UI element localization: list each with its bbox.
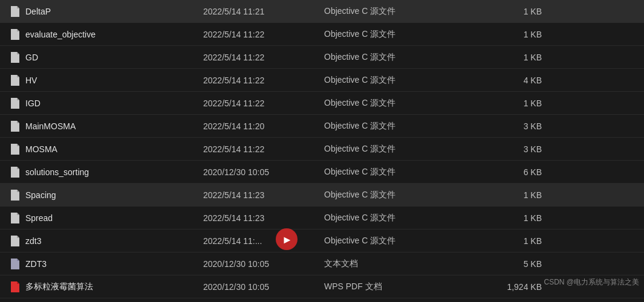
- file-date-cell: 2022/5/14 11:20: [203, 121, 324, 131]
- file-name-label: ZDT3: [25, 259, 47, 269]
- file-type-cell: Objective C 源文件: [324, 29, 481, 40]
- file-size-cell: 1 KB: [481, 98, 542, 108]
- doc-icon: [10, 235, 21, 247]
- file-size-cell: 1 KB: [481, 213, 542, 223]
- file-name-cell: HV: [10, 74, 203, 86]
- pdf-icon: [10, 281, 21, 293]
- file-size-cell: 3 KB: [481, 144, 542, 154]
- file-name-cell: zdt3: [10, 235, 203, 247]
- doc-icon: [10, 74, 21, 86]
- table-row[interactable]: DeltaP 2022/5/14 11:21 Objective C 源文件 1…: [0, 0, 644, 23]
- table-row[interactable]: ZDT3 2020/12/30 10:05 文本文档 5 KB: [0, 252, 644, 275]
- doc-icon: [10, 120, 21, 132]
- svg-marker-15: [17, 167, 19, 169]
- table-row[interactable]: zdt3 2022/5/14 11:... Objective C 源文件 1 …: [0, 230, 644, 252]
- file-type-cell: Objective C 源文件: [324, 167, 481, 178]
- file-date-cell: 2022/5/14 11:22: [203, 53, 324, 62]
- file-name-cell: DeltaP: [10, 5, 203, 18]
- doc-icon: [10, 143, 21, 155]
- file-date-cell: 2022/5/14 11:22: [203, 76, 324, 85]
- file-size-cell: 1 KB: [481, 190, 542, 200]
- file-date-cell: 2022/5/14 11:22: [203, 98, 324, 108]
- file-size-cell: 5 KB: [481, 259, 542, 269]
- file-size-cell: 4 KB: [481, 76, 542, 85]
- file-date-cell: 2022/5/14 11:21: [203, 7, 324, 16]
- file-name-label: Spread: [25, 213, 53, 223]
- file-name-cell: 多标粒液霉菌算法: [10, 281, 203, 293]
- svg-marker-3: [17, 29, 19, 31]
- file-size-cell: 1 KB: [481, 30, 542, 39]
- file-type-cell: 文本文档: [324, 259, 481, 269]
- file-size-cell: 6 KB: [481, 167, 542, 177]
- table-row[interactable]: HV 2022/5/14 11:22 Objective C 源文件 4 KB: [0, 69, 644, 92]
- file-date-cell: 2022/5/14 11:22: [203, 30, 324, 39]
- file-date-cell: 2022/5/14 11:22: [203, 144, 324, 154]
- watermark-text: CSDN @电力系统与算法之美: [544, 277, 639, 288]
- table-row[interactable]: IGD 2022/5/14 11:22 Objective C 源文件 1 KB: [0, 92, 644, 115]
- file-type-cell: Objective C 源文件: [324, 236, 481, 246]
- file-name-label: IGD: [25, 98, 41, 108]
- file-size-cell: 1 KB: [481, 7, 542, 16]
- file-name-cell: Spread: [10, 212, 203, 224]
- file-name-label: HV: [25, 76, 37, 85]
- txt-icon: [10, 258, 21, 270]
- file-type-cell: Objective C 源文件: [324, 75, 481, 86]
- svg-marker-13: [17, 144, 19, 146]
- file-date-cell: 2022/5/14 11:...: [203, 236, 324, 246]
- file-name-cell: MOSMA: [10, 143, 203, 155]
- svg-marker-1: [17, 6, 19, 8]
- file-name-cell: GD: [10, 51, 203, 63]
- table-row[interactable]: GD 2022/5/14 11:22 Objective C 源文件 1 KB: [0, 46, 644, 69]
- doc-icon: [10, 97, 21, 109]
- svg-marker-7: [17, 75, 19, 77]
- svg-marker-5: [17, 52, 19, 54]
- file-name-cell: ZDT3: [10, 258, 203, 270]
- file-type-cell: Objective C 源文件: [324, 190, 481, 201]
- file-size-cell: 1 KB: [481, 53, 542, 62]
- file-size-cell: 1,924 KB: [481, 282, 542, 292]
- doc-icon: [10, 166, 21, 178]
- file-name-cell: Spacing: [10, 189, 203, 201]
- file-name-label: MOSMA: [25, 144, 57, 154]
- table-row[interactable]: solutions_sorting 2020/12/30 10:05 Objec…: [0, 161, 644, 184]
- file-name-label: Spacing: [25, 190, 56, 200]
- svg-marker-23: [17, 259, 19, 261]
- table-row[interactable]: MOSMA 2022/5/14 11:22 Objective C 源文件 3 …: [0, 138, 644, 161]
- doc-icon: [10, 189, 21, 201]
- file-date-cell: 2020/12/30 10:05: [203, 259, 324, 269]
- svg-marker-17: [17, 190, 19, 192]
- doc-icon: [10, 212, 21, 224]
- file-name-label: zdt3: [25, 236, 41, 246]
- file-name-label: DeltaP: [25, 7, 51, 16]
- file-name-label: solutions_sorting: [25, 167, 89, 177]
- svg-marker-21: [17, 236, 19, 238]
- file-name-cell: IGD: [10, 97, 203, 109]
- doc-icon: [10, 5, 21, 18]
- file-type-cell: Objective C 源文件: [324, 98, 481, 109]
- file-name-cell: evaluate_objective: [10, 28, 203, 40]
- table-row[interactable]: Spacing 2022/5/14 11:23 Objective C 源文件 …: [0, 184, 644, 207]
- file-name-label: 多标粒液霉菌算法: [25, 281, 93, 292]
- file-size-cell: 3 KB: [481, 121, 542, 131]
- file-name-label: evaluate_objective: [25, 30, 96, 39]
- file-name-cell: solutions_sorting: [10, 166, 203, 178]
- file-list: DeltaP 2022/5/14 11:21 Objective C 源文件 1…: [0, 0, 644, 298]
- file-type-cell: Objective C 源文件: [324, 213, 481, 223]
- file-type-cell: Objective C 源文件: [324, 6, 481, 17]
- file-size-cell: 1 KB: [481, 236, 542, 246]
- svg-marker-19: [17, 213, 19, 215]
- file-name-cell: MainMOSMA: [10, 120, 203, 132]
- file-type-cell: Objective C 源文件: [324, 144, 481, 155]
- table-row[interactable]: Spread 2022/5/14 11:23 Objective C 源文件 1…: [0, 207, 644, 230]
- file-date-cell: 2022/5/14 11:23: [203, 213, 324, 223]
- svg-marker-25: [17, 281, 19, 284]
- svg-marker-11: [17, 121, 19, 123]
- svg-marker-9: [17, 98, 19, 100]
- file-name-label: MainMOSMA: [25, 121, 76, 131]
- file-type-cell: Objective C 源文件: [324, 121, 481, 132]
- file-date-cell: 2022/5/14 11:23: [203, 190, 324, 200]
- table-row[interactable]: evaluate_objective 2022/5/14 11:22 Objec…: [0, 23, 644, 46]
- file-type-cell: Objective C 源文件: [324, 52, 481, 63]
- table-row[interactable]: MainMOSMA 2022/5/14 11:20 Objective C 源文…: [0, 115, 644, 138]
- file-date-cell: 2020/12/30 10:05: [203, 167, 324, 177]
